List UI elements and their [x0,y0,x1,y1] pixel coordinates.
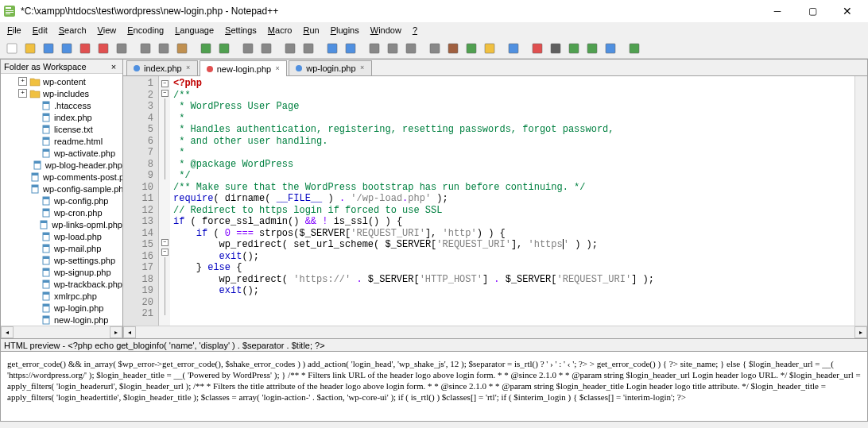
tree-item-wp-load-php[interactable]: wp-load.php [1,230,122,242]
hscroll-track[interactable] [136,326,854,338]
close-button[interactable]: ✕ [830,0,865,22]
paste-icon[interactable] [173,40,191,57]
file-tree[interactable]: +wp-content+wp-includes.htaccessindex.ph… [1,74,122,326]
tree-item-wp-links-opml-php[interactable]: wp-links-opml.php [1,218,122,230]
scroll-track[interactable] [14,326,110,338]
tree-item--htaccess[interactable]: .htaccess [1,99,122,111]
menu-edit[interactable]: Edit [27,24,53,37]
toolbar [0,38,868,59]
sidebar-hscroll[interactable]: ◂ ▸ [1,326,122,338]
lang-icon[interactable] [426,40,444,57]
find-icon[interactable] [239,40,257,57]
replace-icon[interactable] [258,40,275,57]
tree-item-wp-signup-php[interactable]: wp-signup.php [1,266,122,278]
play-icon[interactable] [565,40,583,57]
zoom-out-icon[interactable] [300,40,317,57]
tree-item-wp-activate-php[interactable]: wp-activate.php [1,147,122,159]
undo-icon[interactable] [197,40,215,57]
save-macro-icon[interactable] [602,40,619,57]
maximize-button[interactable]: ▢ [795,0,830,22]
tree-item-new-login-php[interactable]: new-login.php [1,314,122,326]
code-content[interactable]: <?php/** * WordPress User Page * * Handl… [170,76,854,326]
sidebar-close-icon[interactable]: × [108,62,119,71]
tree-item-wp-content[interactable]: +wp-content [1,75,122,87]
editor-hscroll[interactable]: ◂ ▸ [123,326,867,338]
tree-item-license-txt[interactable]: license.txt [1,123,122,135]
expander-icon[interactable]: + [18,77,27,86]
html-preview-pane[interactable]: get_error_code() && in_array( $wp_error-… [0,352,868,422]
menu-run[interactable]: Run [297,24,324,37]
tree-item-wp-includes[interactable]: +wp-includes [1,87,122,99]
tab-index-php[interactable]: index.php× [126,60,198,75]
func-list-icon[interactable] [463,40,480,57]
tree-item-wp-login-php[interactable]: wp-login.php [1,302,122,314]
menu-language[interactable]: Language [169,24,219,37]
fold-toggle-icon[interactable]: − [161,239,169,246]
tree-item-label: new-login.php [54,315,109,325]
tree-item-wp-blog-header-php[interactable]: wp-blog-header.php [1,159,122,171]
indent-guide-icon[interactable] [402,40,420,57]
record-icon[interactable] [529,40,546,57]
wrap-icon[interactable] [366,40,383,57]
sync-h-icon[interactable] [342,40,359,57]
file-icon [41,280,52,289]
tree-item-wp-trackback-php[interactable]: wp-trackback.php [1,278,122,290]
play-multi-icon[interactable] [583,40,601,57]
tab-close-icon[interactable]: × [184,64,192,72]
menu-plugins[interactable]: Plugins [325,24,365,37]
minimize-button[interactable]: ─ [760,0,795,22]
tree-item-wp-comments-post-ph[interactable]: wp-comments-post.ph [1,171,122,183]
save-icon[interactable] [40,40,57,57]
print-icon[interactable] [113,40,130,57]
zoom-in-icon[interactable] [281,40,299,57]
spell-icon[interactable] [626,40,643,57]
tree-item-wp-mail-php[interactable]: wp-mail.php [1,242,122,254]
fold-toggle-icon[interactable]: − [161,90,169,97]
redo-icon[interactable] [215,40,233,57]
code-editor[interactable]: 123456789101112131415161718192021 −−−− <… [123,76,867,326]
tree-item-wp-config-sample-php[interactable]: wp-config-sample.php [1,183,122,195]
menu-file[interactable]: File [2,24,27,37]
all-chars-icon[interactable] [384,40,401,57]
hscroll-left-icon[interactable]: ◂ [123,326,136,338]
menu-help[interactable]: ? [407,24,423,37]
close-all-icon[interactable] [95,40,112,57]
cut-icon[interactable] [137,40,154,57]
tab-wp-login-php[interactable]: wp-login.php× [289,60,371,75]
menu-encoding[interactable]: Encoding [122,24,169,37]
save-all-icon[interactable] [58,40,76,57]
tree-item-index-php[interactable]: index.php [1,111,122,123]
monitor-icon[interactable] [505,40,522,57]
file-icon [41,137,52,146]
menu-view[interactable]: View [92,24,122,37]
folder-ws-icon[interactable] [481,40,498,57]
tree-item-wp-settings-php[interactable]: wp-settings.php [1,254,122,266]
fold-toggle-icon[interactable]: − [161,249,169,256]
menu-macro[interactable]: Macro [262,24,298,37]
expander-icon[interactable]: + [18,89,27,98]
doc-map-icon[interactable] [444,40,462,57]
tab-close-icon[interactable]: × [358,64,366,72]
scroll-right-icon[interactable]: ▸ [110,326,122,338]
hscroll-right-icon[interactable]: ▸ [854,326,867,338]
tab-new-login-php[interactable]: new-login.php× [200,60,288,76]
scroll-left-icon[interactable]: ◂ [1,326,14,338]
new-file-icon[interactable] [3,40,21,57]
tree-item-xmlrpc-php[interactable]: xmlrpc.php [1,290,122,302]
close-icon[interactable] [76,40,94,57]
stop-icon[interactable] [547,40,564,57]
tree-item-readme-html[interactable]: readme.html [1,135,122,147]
tab-close-icon[interactable]: × [273,65,281,73]
tree-item-wp-config-php[interactable]: wp-config.php [1,195,122,206]
tree-item-wp-cron-php[interactable]: wp-cron.php [1,206,122,218]
menu-search[interactable]: Search [53,24,92,37]
menu-window[interactable]: Window [365,24,407,37]
fold-gutter[interactable]: −−−− [159,76,170,326]
copy-icon[interactable] [155,40,172,57]
menu-settings[interactable]: Settings [219,24,262,37]
svg-rect-31 [533,44,542,53]
editor-vscroll[interactable] [854,76,867,326]
open-file-icon[interactable] [21,40,39,57]
fold-toggle-icon[interactable]: − [161,80,169,87]
sync-v-icon[interactable] [324,40,341,57]
